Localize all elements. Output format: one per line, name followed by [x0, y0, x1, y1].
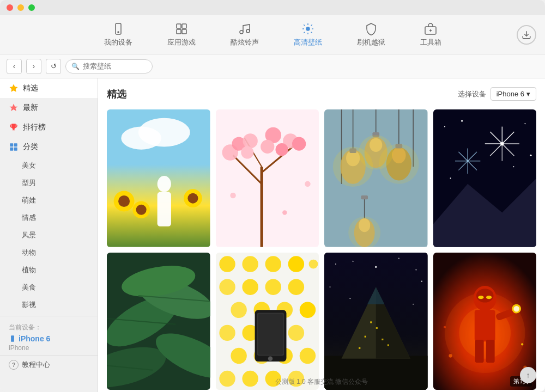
- svg-point-44: [282, 210, 287, 215]
- svg-point-22: [118, 195, 130, 207]
- svg-rect-165: [475, 340, 483, 363]
- nav-label-ringtones: 酷炫铃声: [231, 38, 259, 47]
- svg-point-93: [530, 155, 531, 156]
- svg-point-90: [524, 123, 525, 124]
- svg-point-42: [275, 143, 288, 156]
- svg-point-120: [288, 324, 304, 340]
- sidebar-item-food[interactable]: 美食: [0, 279, 98, 296]
- wallpaper-item-pyramid[interactable]: [324, 253, 428, 390]
- wallpaper-item-dots-phone[interactable]: [216, 253, 319, 390]
- search-input[interactable]: [83, 62, 148, 70]
- svg-rect-4: [177, 29, 181, 34]
- svg-point-142: [349, 298, 350, 299]
- scroll-top-button[interactable]: ↑: [520, 367, 536, 383]
- svg-point-108: [308, 259, 318, 268]
- music-icon: [238, 22, 251, 35]
- svg-point-111: [265, 279, 281, 295]
- svg-rect-13: [10, 143, 13, 146]
- help-button[interactable]: ? 教程中心: [0, 355, 98, 374]
- sidebar-item-beauty[interactable]: 美女: [0, 157, 98, 174]
- sidebar-item-scenery[interactable]: 风景: [0, 226, 98, 244]
- svg-point-107: [288, 256, 304, 272]
- wallpaper-item-tropical-leaves[interactable]: [107, 253, 210, 390]
- nav-label-toolbox: 工具箱: [420, 38, 441, 47]
- toolbar: ‹ › ↺ 🔍: [0, 54, 545, 78]
- svg-point-138: [398, 258, 399, 259]
- svg-rect-150: [382, 339, 383, 340]
- nav-item-my-device[interactable]: 我的设备: [98, 19, 139, 51]
- svg-point-41: [261, 140, 274, 154]
- svg-point-6: [240, 30, 243, 34]
- back-button[interactable]: ‹: [7, 59, 22, 74]
- close-button[interactable]: [7, 4, 13, 11]
- svg-point-27: [158, 176, 171, 192]
- svg-point-20: [138, 118, 190, 147]
- svg-point-167: [449, 354, 452, 357]
- wallpaper-item-cherry-blossom[interactable]: [216, 109, 319, 247]
- device-type: iPhone: [9, 344, 89, 352]
- sidebar-item-category[interactable]: 分类: [0, 137, 98, 157]
- svg-rect-161: [474, 310, 495, 341]
- sidebar-item-men[interactable]: 型男: [0, 174, 98, 192]
- shield-icon: [365, 22, 378, 35]
- device-selected-value: iPhone 6: [496, 90, 524, 98]
- svg-point-104: [219, 256, 235, 272]
- svg-point-143: [413, 303, 414, 304]
- svg-rect-132: [258, 314, 282, 354]
- wallpaper-item-girl-sunflower[interactable]: [107, 109, 210, 247]
- device-dropdown[interactable]: iPhone 6 ▾: [491, 87, 536, 101]
- svg-point-137: [375, 266, 377, 267]
- wallpaper-item-superhero[interactable]: 第1页: [433, 253, 537, 390]
- nav-item-ringtones[interactable]: 酷炫铃声: [224, 19, 265, 51]
- refresh-button[interactable]: ↺: [46, 59, 61, 74]
- content-title: 精选: [107, 88, 126, 101]
- minimize-button[interactable]: [17, 4, 24, 11]
- svg-rect-2: [177, 24, 181, 28]
- svg-point-7: [246, 29, 250, 33]
- content-area: 精选 选择设备 iPhone 6 ▾: [98, 78, 545, 392]
- svg-rect-148: [376, 327, 378, 329]
- nav-item-toolbox[interactable]: 工具箱: [414, 19, 448, 51]
- svg-point-39: [292, 137, 306, 151]
- svg-point-89: [461, 120, 463, 121]
- sidebar-item-animal[interactable]: 动物: [0, 244, 98, 261]
- svg-point-88: [444, 126, 445, 127]
- svg-rect-152: [387, 344, 389, 346]
- sidebar-item-plant[interactable]: 植物: [0, 261, 98, 279]
- main-layout: 精选 最新 排行榜: [0, 78, 545, 392]
- sidebar-item-ranking[interactable]: 排行榜: [0, 118, 98, 137]
- svg-point-159: [478, 296, 484, 299]
- wallpaper-item-fireworks[interactable]: [433, 109, 537, 247]
- svg-point-125: [219, 371, 235, 387]
- phone-icon: [9, 335, 16, 342]
- sidebar-item-featured[interactable]: 精选: [0, 78, 98, 98]
- svg-point-109: [219, 279, 235, 295]
- sidebar-item-film[interactable]: 影视: [0, 296, 98, 314]
- svg-rect-15: [10, 148, 13, 151]
- svg-point-106: [265, 256, 281, 272]
- svg-point-40: [241, 146, 253, 158]
- wallpaper-item-bulbs[interactable]: [324, 109, 428, 247]
- svg-rect-14: [14, 143, 17, 146]
- svg-point-121: [231, 347, 246, 363]
- search-icon: 🔍: [71, 63, 80, 70]
- svg-point-36: [243, 133, 257, 148]
- sidebar-item-cute[interactable]: 萌娃: [0, 192, 98, 209]
- sidebar-label-category: 分类: [23, 142, 38, 152]
- download-button[interactable]: [517, 25, 536, 45]
- nav-item-jailbreak[interactable]: 刷机越狱: [350, 19, 392, 51]
- svg-point-135: [335, 264, 336, 265]
- svg-point-113: [231, 302, 246, 317]
- sidebar-item-emotion[interactable]: 情感: [0, 209, 98, 226]
- nav-item-apps-games[interactable]: 应用游戏: [161, 19, 202, 51]
- svg-point-116: [299, 302, 315, 317]
- sidebar-item-latest[interactable]: 最新: [0, 98, 98, 118]
- svg-rect-147: [370, 321, 372, 323]
- grid-icon: [9, 142, 19, 152]
- maximize-button[interactable]: [28, 4, 35, 11]
- trophy-icon: [9, 122, 19, 132]
- svg-rect-151: [359, 347, 360, 348]
- svg-point-117: [219, 324, 235, 340]
- forward-button[interactable]: ›: [26, 59, 41, 74]
- nav-item-wallpapers[interactable]: 高清壁纸: [287, 19, 329, 51]
